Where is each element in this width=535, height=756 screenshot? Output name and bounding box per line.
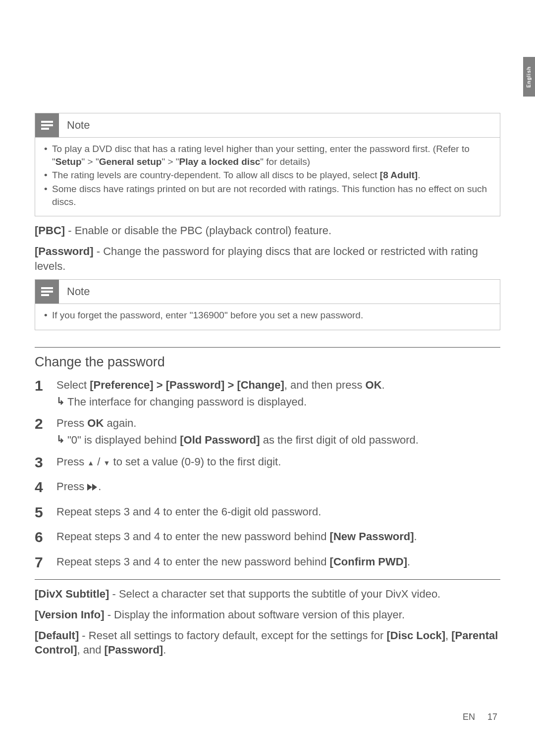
section-divider xyxy=(35,347,500,348)
paragraph-pbc: [PBC] - Enable or disable the PBC (playb… xyxy=(35,223,500,238)
step-number: 5 xyxy=(35,503,56,523)
svg-rect-0 xyxy=(41,121,53,123)
step-number: 4 xyxy=(35,477,56,498)
footer-lang: EN xyxy=(463,712,475,722)
page-footer: EN 17 xyxy=(463,712,497,722)
top-margin xyxy=(35,35,500,98)
paragraph-password: [Password] - Change the password for pla… xyxy=(35,244,500,273)
note-item: Some discs have ratings printed on but a… xyxy=(44,183,491,208)
svg-marker-6 xyxy=(87,484,92,491)
step-body: Press . xyxy=(56,477,500,494)
svg-marker-7 xyxy=(92,484,97,491)
up-triangle-icon xyxy=(87,455,94,468)
step-body: Press OK again. ↳ "0" is displayed behin… xyxy=(56,414,500,447)
step-5: 5 Repeat steps 3 and 4 to enter the 6-di… xyxy=(35,503,500,523)
step-body: Press / to set a value (0-9) to the firs… xyxy=(56,453,500,469)
result-arrow-icon: ↳ xyxy=(56,395,67,408)
note-item: The rating levels are country-dependent.… xyxy=(44,169,491,182)
section-divider xyxy=(35,579,500,580)
step-number: 1 xyxy=(35,376,56,396)
note-title: Note xyxy=(67,119,90,132)
note-title: Note xyxy=(67,285,90,298)
note-box-2: Note If you forget the password, enter "… xyxy=(35,279,500,330)
step-number: 3 xyxy=(35,453,56,473)
step-4: 4 Press . xyxy=(35,477,500,498)
substep: ↳ "0" is displayed behind [Old Password]… xyxy=(56,433,500,448)
language-side-tab: English xyxy=(523,57,535,97)
step-number: 7 xyxy=(35,553,56,573)
step-1: 1 Select [Preference] > [Password] > [Ch… xyxy=(35,376,500,409)
paragraph-version: [Version Info] - Display the information… xyxy=(35,607,500,622)
svg-rect-2 xyxy=(41,128,49,130)
step-body: Repeat steps 3 and 4 to enter the 6-digi… xyxy=(56,503,500,519)
step-3: 3 Press / to set a value (0-9) to the fi… xyxy=(35,453,500,473)
substep: ↳ The interface for changing password is… xyxy=(56,395,500,409)
step-6: 6 Repeat steps 3 and 4 to enter the new … xyxy=(35,527,500,548)
paragraph-default: [Default] - Reset all settings to factor… xyxy=(35,628,500,657)
note-header: Note xyxy=(35,280,500,304)
note-box-1: Note To play a DVD disc that has a ratin… xyxy=(35,113,500,216)
note-icon xyxy=(35,113,59,137)
steps-list: 1 Select [Preference] > [Password] > [Ch… xyxy=(35,376,500,572)
svg-rect-5 xyxy=(41,294,49,296)
step-body: Repeat steps 3 and 4 to enter the new pa… xyxy=(56,527,500,544)
language-label: English xyxy=(527,66,532,87)
result-arrow-icon: ↳ xyxy=(56,433,67,446)
note-item: To play a DVD disc that has a rating lev… xyxy=(44,143,491,168)
svg-rect-4 xyxy=(41,291,53,293)
step-7: 7 Repeat steps 3 and 4 to enter the new … xyxy=(35,553,500,573)
paragraph-divx: [DivX Subtitle] - Select a character set… xyxy=(35,587,500,602)
note-icon xyxy=(35,280,59,303)
down-triangle-icon xyxy=(104,455,110,468)
note-body: If you forget the password, enter "13690… xyxy=(35,304,500,330)
step-body: Repeat steps 3 and 4 to enter the new pa… xyxy=(56,553,500,569)
footer-page-number: 17 xyxy=(487,712,497,722)
section-title: Change the password xyxy=(35,354,500,370)
step-2: 2 Press OK again. ↳ "0" is displayed beh… xyxy=(35,414,500,447)
svg-rect-3 xyxy=(41,287,53,289)
note-body: To play a DVD disc that has a rating lev… xyxy=(35,138,500,216)
step-body: Select [Preference] > [Password] > [Chan… xyxy=(56,376,500,409)
svg-rect-1 xyxy=(41,124,53,126)
step-number: 2 xyxy=(35,414,56,434)
step-number: 6 xyxy=(35,527,56,548)
note-header: Note xyxy=(35,113,500,138)
note-item: If you forget the password, enter "13690… xyxy=(44,309,491,322)
fast-forward-icon xyxy=(87,480,98,493)
